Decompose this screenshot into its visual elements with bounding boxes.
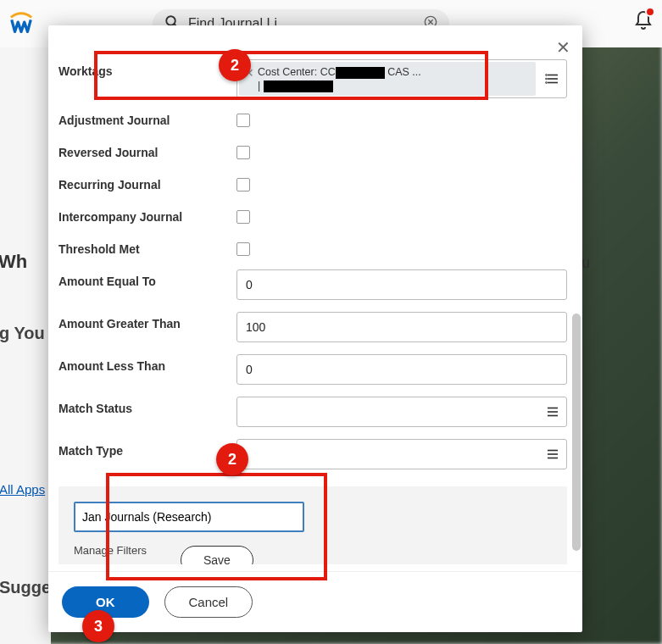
modal-body: Worktags ✕ Cost Center: CC CAS ... | — [48, 59, 582, 564]
threshold-checkbox[interactable] — [236, 242, 250, 256]
svg-point-8 — [546, 75, 547, 75]
amount-less-row: Amount Less Than — [58, 354, 567, 386]
worktags-row: Worktags ✕ Cost Center: CC CAS ... | — [58, 59, 567, 98]
notification-bell-icon[interactable] — [633, 10, 654, 34]
match-type-row: Match Type — [58, 439, 567, 471]
match-status-field[interactable] — [236, 397, 567, 427]
recurring-label: Recurring Journal — [58, 178, 236, 192]
cancel-button[interactable]: Cancel — [164, 586, 253, 618]
worktag-chip[interactable]: ✕ Cost Center: CC CAS ... | — [239, 62, 536, 96]
reversed-row: Reversed Journal — [58, 141, 567, 164]
bg-heading: Wh — [0, 251, 27, 273]
amount-less-input[interactable] — [236, 354, 567, 385]
match-type-prompt-icon[interactable] — [542, 447, 563, 462]
adjustment-row: Adjustment Journal — [58, 108, 567, 132]
save-filter-button[interactable]: Save — [181, 546, 253, 565]
amount-equal-label: Amount Equal To — [58, 269, 236, 288]
amount-greater-label: Amount Greater Than — [58, 312, 236, 330]
match-type-field[interactable] — [236, 439, 567, 469]
close-button[interactable]: ✕ — [556, 37, 570, 58]
match-status-prompt-icon[interactable] — [542, 404, 563, 419]
scrollbar-thumb[interactable] — [572, 314, 581, 551]
intercompany-checkbox[interactable] — [236, 210, 250, 224]
adjustment-checkbox[interactable] — [236, 114, 250, 127]
amount-greater-input[interactable] — [236, 312, 567, 342]
background-sidepanel — [0, 0, 51, 644]
filter-section: Manage Filters 0 Saved Filters Save — [58, 486, 567, 564]
recurring-row: Recurring Journal — [58, 173, 567, 197]
modal-footer: OK Cancel — [48, 571, 582, 632]
callout-badge-3: 3 — [82, 610, 114, 642]
bg-all-apps-link[interactable]: All Apps — [0, 482, 45, 497]
filter-name-input[interactable] — [74, 502, 304, 532]
callout-badge-2b: 2 — [216, 443, 248, 475]
intercompany-row: Intercompany Journal — [58, 205, 567, 229]
worktags-field[interactable]: ✕ Cost Center: CC CAS ... | — [236, 59, 567, 98]
filter-modal: ✕ Worktags ✕ Cost Center: CC CAS ... | — [48, 25, 582, 632]
match-type-label: Match Type — [58, 439, 236, 458]
saved-filters-count: 0 Saved Filters — [74, 564, 147, 564]
bg-text-sugge: Sugge — [0, 578, 51, 597]
worktags-prompt-icon[interactable] — [541, 62, 565, 96]
workday-logo — [8, 11, 34, 36]
match-status-label: Match Status — [58, 397, 236, 415]
worktags-label: Worktags — [58, 59, 236, 78]
bg-text-gyour: g You — [0, 324, 45, 343]
adjustment-label: Adjustment Journal — [58, 114, 236, 127]
callout-badge-2a: 2 — [219, 49, 251, 81]
chip-text: Cost Center: CC CAS ... | — [258, 65, 421, 92]
amount-greater-row: Amount Greater Than — [58, 312, 567, 344]
svg-point-10 — [546, 82, 547, 83]
recurring-checkbox[interactable] — [236, 178, 250, 192]
intercompany-label: Intercompany Journal — [58, 210, 236, 224]
threshold-row: Threshold Met — [58, 237, 567, 261]
amount-equal-row: Amount Equal To — [58, 269, 567, 302]
amount-equal-input[interactable] — [236, 269, 567, 300]
close-icon: ✕ — [556, 38, 570, 57]
threshold-label: Threshold Met — [58, 242, 236, 256]
svg-point-9 — [546, 79, 547, 80]
manage-filters-link[interactable]: Manage Filters — [74, 544, 147, 557]
amount-less-label: Amount Less Than — [58, 354, 236, 373]
reversed-label: Reversed Journal — [58, 146, 236, 159]
svg-point-0 — [166, 16, 175, 25]
reversed-checkbox[interactable] — [236, 146, 250, 159]
match-status-row: Match Status — [58, 397, 567, 429]
